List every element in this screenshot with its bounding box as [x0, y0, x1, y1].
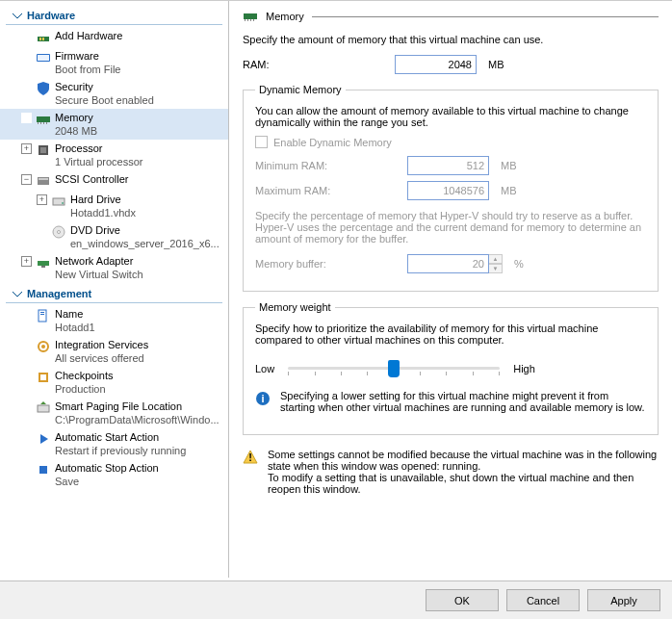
buffer-unit: % — [514, 258, 524, 270]
svg-rect-29 — [244, 13, 257, 19]
item-firmware[interactable]: FirmwareBoot from File — [0, 47, 228, 78]
panel-title-row: Memory — [243, 9, 659, 24]
item-checkpoints[interactable]: CheckpointsProduction — [0, 367, 228, 398]
section-management[interactable]: Management — [6, 285, 222, 303]
svg-rect-4 — [38, 55, 49, 61]
label: Processor — [55, 142, 143, 155]
enable-dynamic-checkbox: Enable Dynamic Memory — [255, 136, 646, 148]
ram-input[interactable] — [395, 55, 477, 74]
item-integration[interactable]: Integration ServicesAll services offered — [0, 336, 228, 367]
slider-thumb-icon[interactable] — [388, 360, 400, 377]
svg-rect-7 — [40, 122, 41, 124]
panel-title: Memory — [266, 11, 304, 22]
buffer-spinner: ▲▼ — [407, 254, 503, 273]
svg-rect-20 — [39, 310, 46, 322]
collapse-icon — [12, 10, 23, 21]
label: Checkpoints — [55, 369, 114, 382]
item-autostart[interactable]: Automatic Start ActionRestart if previou… — [0, 428, 228, 459]
sublabel: All services offered — [55, 351, 148, 365]
svg-rect-13 — [39, 178, 48, 180]
svg-rect-18 — [38, 261, 49, 266]
item-network[interactable]: + Network AdapterNew Virtual Switch — [0, 252, 228, 283]
item-smartpaging[interactable]: Smart Paging File LocationC:\ProgramData… — [0, 398, 228, 428]
sublabel: 2048 MB — [55, 124, 97, 138]
svg-text:i: i — [261, 393, 264, 404]
apply-button[interactable]: Apply — [587, 589, 660, 611]
svg-rect-9 — [46, 122, 47, 124]
svg-point-24 — [41, 345, 45, 348]
section-hardware-label: Hardware — [27, 10, 75, 21]
checkpoint-icon — [36, 370, 51, 385]
dialog-footer: OK Cancel Apply — [0, 580, 672, 619]
svg-rect-8 — [43, 122, 44, 124]
max-ram-unit: MB — [501, 185, 517, 196]
svg-rect-33 — [253, 19, 254, 21]
name-icon — [36, 308, 51, 323]
shield-icon — [36, 81, 51, 96]
memory-weight-slider[interactable] — [288, 357, 500, 380]
ok-button[interactable]: OK — [426, 589, 499, 611]
cancel-button[interactable]: Cancel — [506, 589, 580, 611]
svg-rect-28 — [39, 466, 47, 474]
panel-intro: Specify the amount of memory that this v… — [243, 34, 659, 45]
expand-icon[interactable]: + — [21, 256, 32, 267]
sublabel: Boot from File — [55, 63, 120, 76]
svg-rect-27 — [38, 405, 49, 412]
item-name[interactable]: NameHotadd1 — [0, 305, 228, 336]
buffer-label: Memory buffer: — [255, 258, 400, 270]
services-icon — [36, 339, 51, 354]
min-ram-input — [407, 156, 489, 175]
ram-label: RAM: — [243, 59, 387, 70]
item-autostop[interactable]: Automatic Stop ActionSave — [0, 459, 228, 490]
label: SCSI Controller — [55, 172, 128, 186]
buffer-desc: Specify the percentage of memory that Hy… — [255, 210, 646, 245]
info-icon: i — [255, 391, 271, 406]
section-hardware[interactable]: Hardware — [6, 7, 222, 25]
label: Automatic Stop Action — [55, 461, 159, 475]
expand-icon[interactable]: + — [37, 194, 47, 205]
dynamic-memory-desc: You can allow the amount of memory avail… — [255, 105, 646, 128]
firmware-icon — [36, 50, 51, 65]
state-warning-text: Some settings cannot be modified because… — [268, 449, 659, 495]
item-memory[interactable]: Memory2048 MB — [0, 109, 228, 140]
memory-icon — [243, 9, 258, 24]
item-dvddrive[interactable]: DVD Driveen_windows_server_2016_x6... — [0, 221, 228, 252]
item-security[interactable]: SecuritySecure Boot enabled — [0, 78, 228, 109]
item-scsi[interactable]: − SCSI Controller — [0, 170, 228, 191]
sublabel: Secure Boot enabled — [55, 93, 154, 107]
ram-row: RAM: MB — [243, 55, 659, 74]
dynamic-memory-legend: Dynamic Memory — [255, 84, 346, 95]
dynamic-memory-group: Dynamic Memory You can allow the amount … — [243, 84, 659, 292]
label: Security — [55, 80, 154, 93]
memory-weight-legend: Memory weight — [255, 301, 335, 313]
svg-rect-2 — [42, 38, 44, 40]
svg-rect-21 — [40, 312, 44, 313]
item-processor[interactable]: + Processor1 Virtual processor — [0, 140, 228, 170]
sublabel: Production — [55, 382, 114, 396]
label: Hard Drive — [70, 193, 136, 206]
controller-icon — [36, 173, 51, 189]
svg-rect-6 — [38, 122, 39, 124]
sublabel: en_windows_server_2016_x6... — [70, 237, 220, 250]
slider-low-label: Low — [255, 363, 274, 374]
label: Smart Paging File Location — [55, 400, 220, 413]
label: Memory — [55, 111, 97, 124]
svg-rect-22 — [40, 314, 44, 315]
item-harddrive[interactable]: + Hard DriveHotadd1.vhdx — [0, 191, 228, 221]
spin-down-icon: ▼ — [489, 264, 503, 273]
details-panel: Memory Specify the amount of memory that… — [229, 1, 672, 578]
settings-tree[interactable]: Hardware Add Hardware FirmwareBoot from … — [0, 1, 229, 578]
weight-info-text: Specifying a lower setting for this virt… — [280, 390, 646, 413]
dvd-icon — [51, 224, 66, 240]
spin-up-icon: ▲ — [489, 254, 503, 264]
label: Firmware — [55, 49, 120, 63]
memory-weight-group: Memory weight Specify how to prioritize … — [243, 301, 659, 435]
min-ram-unit: MB — [501, 160, 517, 171]
collapse-icon — [12, 288, 23, 299]
sublabel: Hotadd1 — [55, 321, 95, 334]
label: Integration Services — [55, 338, 148, 351]
expand-icon[interactable]: + — [21, 143, 32, 154]
item-add-hardware[interactable]: Add Hardware — [0, 27, 228, 47]
label: Name — [55, 307, 95, 321]
collapse-icon[interactable]: − — [21, 174, 32, 185]
